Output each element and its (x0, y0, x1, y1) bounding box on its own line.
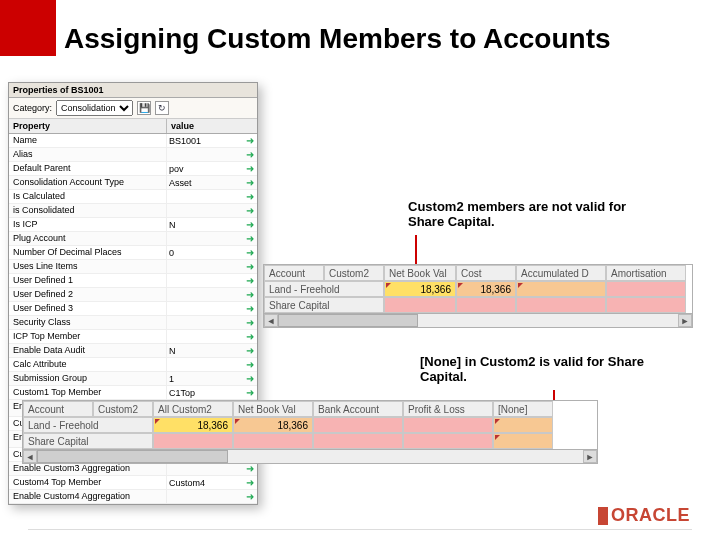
scroll-right-icon[interactable]: ► (583, 450, 597, 463)
scroll-thumb[interactable] (37, 450, 228, 463)
property-value-cell[interactable]: C1Top➜ (167, 386, 257, 399)
property-value-cell[interactable]: BS1001➜ (167, 134, 257, 147)
grid-cell[interactable] (516, 281, 606, 297)
property-value: N (169, 220, 176, 230)
property-value-cell[interactable]: Asset➜ (167, 176, 257, 189)
refresh-icon[interactable]: ↻ (155, 101, 169, 115)
arrow-right-icon[interactable]: ➜ (245, 360, 255, 370)
grid-cell[interactable]: 18,366 (153, 417, 233, 433)
property-value-cell[interactable]: 0➜ (167, 246, 257, 259)
property-row: Plug Account➜ (9, 232, 257, 246)
scroll-thumb[interactable] (278, 314, 418, 327)
save-icon[interactable]: 💾 (137, 101, 151, 115)
property-value-cell[interactable]: Custom4➜ (167, 476, 257, 489)
grid-cell[interactable]: 18,366 (233, 417, 313, 433)
cell-indicator-icon (235, 419, 240, 424)
arrow-right-icon[interactable]: ➜ (245, 136, 255, 146)
arrow-right-icon[interactable]: ➜ (245, 220, 255, 230)
arrow-right-icon[interactable]: ➜ (245, 276, 255, 286)
property-row: Number Of Decimal Places0➜ (9, 246, 257, 260)
arrow-right-icon[interactable]: ➜ (245, 206, 255, 216)
arrow-right-icon[interactable]: ➜ (245, 164, 255, 174)
grid-cell[interactable] (456, 297, 516, 313)
property-value-cell[interactable]: ➜ (167, 232, 257, 245)
grid-custom2-none: AccountCustom2All Custom2Net Book ValBan… (22, 400, 598, 464)
grid-cell[interactable]: 18,366 (384, 281, 456, 297)
grid-cell[interactable] (313, 433, 403, 449)
property-value-cell[interactable]: ➜ (167, 302, 257, 315)
grid-cell[interactable] (516, 297, 606, 313)
property-value-cell[interactable]: N➜ (167, 344, 257, 357)
property-value-cell[interactable]: ➜ (167, 260, 257, 273)
property-value-cell[interactable]: ➜ (167, 330, 257, 343)
arrow-right-icon[interactable]: ➜ (245, 478, 255, 488)
property-value: BS1001 (169, 136, 201, 146)
property-value: C1Top (169, 388, 195, 398)
property-value-cell[interactable]: ➜ (167, 274, 257, 287)
grid-corner: Account (264, 265, 324, 281)
arrow-right-icon[interactable]: ➜ (245, 234, 255, 244)
grid-cell[interactable] (493, 417, 553, 433)
property-value-cell[interactable]: ➜ (167, 490, 257, 503)
grid-cell[interactable] (153, 433, 233, 449)
arrow-right-icon[interactable]: ➜ (245, 374, 255, 384)
arrow-right-icon[interactable]: ➜ (245, 346, 255, 356)
property-key: is Consolidated (9, 204, 167, 217)
property-value: pov (169, 164, 184, 174)
arrow-right-icon[interactable]: ➜ (245, 178, 255, 188)
property-value: 0 (169, 248, 174, 258)
property-value-cell[interactable]: ➜ (167, 148, 257, 161)
category-select[interactable]: Consolidation (56, 100, 133, 116)
property-row: is Consolidated➜ (9, 204, 257, 218)
arrow-right-icon[interactable]: ➜ (245, 492, 255, 502)
callout-top: Custom2 members are not valid for Share … (408, 200, 658, 230)
property-value-cell[interactable]: 1➜ (167, 372, 257, 385)
arrow-right-icon[interactable]: ➜ (245, 318, 255, 328)
arrow-right-icon[interactable]: ➜ (245, 290, 255, 300)
scroll-left-icon[interactable]: ◄ (264, 314, 278, 327)
arrow-right-icon[interactable]: ➜ (245, 388, 255, 398)
property-key: Consolidation Account Type (9, 176, 167, 189)
property-value-cell[interactable]: ➜ (167, 358, 257, 371)
property-key: Calc Attribute (9, 358, 167, 371)
horizontal-scrollbar[interactable]: ◄► (23, 449, 597, 463)
grid-cell[interactable] (606, 281, 686, 297)
scroll-track[interactable] (278, 314, 678, 327)
property-row: Uses Line Items➜ (9, 260, 257, 274)
grid-row-header: Share Capital (264, 297, 384, 313)
scroll-right-icon[interactable]: ► (678, 314, 692, 327)
grid-cell[interactable] (493, 433, 553, 449)
property-value: Asset (169, 178, 192, 188)
scroll-left-icon[interactable]: ◄ (23, 450, 37, 463)
property-row: Enable Data AuditN➜ (9, 344, 257, 358)
oracle-logo-text: ORACLE (611, 505, 690, 526)
grid-cell[interactable] (233, 433, 313, 449)
grid-cell[interactable]: 18,366 (456, 281, 516, 297)
arrow-right-icon[interactable]: ➜ (245, 150, 255, 160)
property-value-cell[interactable]: pov➜ (167, 162, 257, 175)
scroll-track[interactable] (37, 450, 583, 463)
property-row: Is Calculated➜ (9, 190, 257, 204)
arrow-right-icon[interactable]: ➜ (245, 262, 255, 272)
property-value: N (169, 346, 176, 356)
property-value-cell[interactable]: ➜ (167, 288, 257, 301)
grid-col-header: Amortisation (606, 265, 686, 281)
arrow-right-icon[interactable]: ➜ (245, 304, 255, 314)
arrow-right-icon[interactable]: ➜ (245, 192, 255, 202)
arrow-right-icon[interactable]: ➜ (245, 464, 255, 474)
property-value-cell[interactable]: N➜ (167, 218, 257, 231)
grid-cell[interactable] (313, 417, 403, 433)
grid-cell[interactable] (606, 297, 686, 313)
property-value-cell[interactable]: ➜ (167, 316, 257, 329)
property-value-cell[interactable]: ➜ (167, 204, 257, 217)
property-key: User Defined 1 (9, 274, 167, 287)
horizontal-scrollbar[interactable]: ◄► (264, 313, 692, 327)
grid-cell[interactable] (403, 433, 493, 449)
grid-cell[interactable] (403, 417, 493, 433)
property-row: ICP Top Member➜ (9, 330, 257, 344)
property-value-cell[interactable]: ➜ (167, 190, 257, 203)
arrow-right-icon[interactable]: ➜ (245, 332, 255, 342)
grid-cell[interactable] (384, 297, 456, 313)
property-row: User Defined 1➜ (9, 274, 257, 288)
arrow-right-icon[interactable]: ➜ (245, 248, 255, 258)
